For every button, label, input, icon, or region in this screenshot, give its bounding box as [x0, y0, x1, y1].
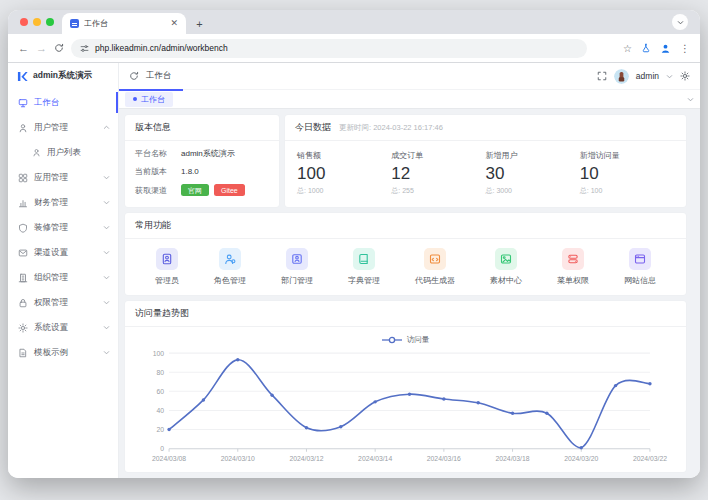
- close-window-button[interactable]: [20, 18, 28, 26]
- lock-icon: [18, 298, 28, 308]
- sidebar-item-finance-management[interactable]: 财务管理: [8, 190, 118, 215]
- official-site-button[interactable]: 官网: [181, 184, 209, 196]
- chart-legend[interactable]: 访问量: [125, 327, 686, 345]
- minimize-window-button[interactable]: [33, 18, 41, 26]
- site-info-icon[interactable]: [80, 44, 89, 53]
- quicklink-role-management[interactable]: 角色管理: [214, 248, 246, 295]
- avatar-image: [614, 69, 629, 84]
- chevron-down-icon: [103, 324, 110, 331]
- forward-button[interactable]: →: [36, 43, 47, 54]
- browser-menu-icon[interactable]: ⋮: [680, 43, 690, 54]
- reload-button[interactable]: [54, 43, 64, 53]
- sidebar-item-channel-settings[interactable]: 渠道设置: [8, 240, 118, 265]
- stat-new-users: 新增用户 30 总: 3000: [486, 150, 580, 196]
- url-text: php.likeadmin.cn/admin/workbench: [95, 43, 228, 53]
- stat-sales: 销售额 100 总: 1000: [297, 150, 391, 196]
- code-generator-icon: [424, 248, 446, 270]
- quicklink-department-management[interactable]: 部门管理: [281, 248, 313, 295]
- tab-favicon-icon: [70, 19, 79, 28]
- new-tab-button[interactable]: +: [192, 16, 207, 31]
- gitee-button[interactable]: Gitee: [214, 184, 245, 196]
- browser-toolbar: ← → php.likeadmin.cn/admin/workbench ☆ ⋮: [8, 34, 700, 63]
- tab-close-icon[interactable]: ✕: [170, 19, 178, 28]
- svg-text:20: 20: [156, 426, 164, 433]
- sidebar-item-user-management[interactable]: 用户管理: [8, 115, 118, 140]
- sidebar-item-app-management[interactable]: 应用管理: [8, 165, 118, 190]
- app-logo[interactable]: admin系统演示: [8, 63, 118, 89]
- svg-text:2024/03/22: 2024/03/22: [633, 455, 667, 462]
- main-area: 工作台 admin 工作台: [119, 63, 700, 478]
- chevron-down-icon[interactable]: [666, 73, 673, 80]
- building-icon: [18, 273, 28, 283]
- role-user-icon: [219, 248, 241, 270]
- svg-text:2024/03/20: 2024/03/20: [564, 455, 598, 462]
- browser-tab[interactable]: 工作台 ✕: [62, 13, 186, 34]
- bookmark-star-icon[interactable]: ☆: [623, 43, 632, 54]
- sidebar-item-label: 用户管理: [34, 122, 68, 134]
- logo-k-icon: [17, 71, 28, 82]
- chevron-down-icon: [103, 299, 110, 306]
- quicklink-menu-permissions[interactable]: 菜单权限: [557, 248, 589, 295]
- user-avatar[interactable]: [614, 69, 629, 84]
- quicklink-material-center[interactable]: 素材中心: [490, 248, 522, 295]
- tab-workbench[interactable]: 工作台: [125, 92, 173, 107]
- back-button[interactable]: ←: [18, 43, 29, 54]
- website-info-icon: [629, 248, 651, 270]
- update-time: 更新时间: 2024-03-22 16:17:46: [339, 123, 443, 133]
- shield-decor-icon: [18, 223, 28, 233]
- user-icon: [18, 123, 28, 133]
- admin-app: admin系统演示 工作台 用户管理 用户列表: [8, 63, 700, 478]
- admin-badge-icon: [156, 248, 178, 270]
- department-icon: [286, 248, 308, 270]
- channel-row: 获取渠道 官网 Gitee: [125, 184, 279, 196]
- quicklink-admin[interactable]: 管理员: [155, 248, 179, 295]
- page-content: 版本信息 平台名称 admin系统演示 当前版本 1.8.0 获取渠道 官网: [119, 109, 700, 478]
- username-label[interactable]: admin: [636, 71, 659, 81]
- sidebar-item-label: 渠道设置: [34, 247, 68, 259]
- tab-search-button[interactable]: [672, 14, 688, 30]
- sidebar-item-system-settings[interactable]: 系统设置: [8, 315, 118, 340]
- sidebar-item-label: 装修管理: [34, 222, 68, 234]
- profile-avatar-icon[interactable]: [660, 43, 671, 54]
- extension-pinned-icon[interactable]: [641, 43, 651, 53]
- breadcrumb: 工作台: [146, 70, 172, 82]
- sidebar-item-organization-management[interactable]: 组织管理: [8, 265, 118, 290]
- sidebar-item-label: 系统设置: [34, 322, 68, 334]
- maximize-window-button[interactable]: [46, 18, 54, 26]
- svg-text:40: 40: [156, 407, 164, 414]
- fullscreen-icon[interactable]: [597, 71, 607, 81]
- chevron-up-icon: [103, 124, 110, 131]
- sidebar-item-user-list[interactable]: 用户列表: [8, 140, 118, 165]
- svg-text:2024/03/08: 2024/03/08: [152, 455, 186, 462]
- sidebar-item-permission-management[interactable]: 权限管理: [8, 290, 118, 315]
- card-title: 版本信息: [135, 121, 171, 134]
- address-bar[interactable]: php.likeadmin.cn/admin/workbench: [71, 39, 587, 58]
- refresh-icon[interactable]: [129, 71, 139, 81]
- sidebar-item-workbench[interactable]: 工作台: [8, 90, 118, 115]
- chevron-down-icon: [103, 274, 110, 281]
- user-list-icon: [32, 148, 41, 157]
- platform-name-row: 平台名称 admin系统演示: [125, 148, 279, 159]
- tabs-menu-chevron-icon[interactable]: [687, 96, 694, 103]
- sidebar-item-label: 财务管理: [34, 197, 68, 209]
- quicklink-code-generator[interactable]: 代码生成器: [415, 248, 455, 295]
- visits-line-chart[interactable]: 0204060801002024/03/082024/03/102024/03/…: [131, 345, 680, 469]
- sidebar-item-template-examples[interactable]: 模板示例: [8, 340, 118, 365]
- gear-icon: [18, 323, 28, 333]
- quicklink-website-info[interactable]: 网站信息: [624, 248, 656, 295]
- toolbar-icons: ☆ ⋮: [623, 43, 690, 54]
- version-info-card: 版本信息 平台名称 admin系统演示 当前版本 1.8.0 获取渠道 官网: [125, 115, 279, 207]
- stat-orders: 成交订单 12 总: 255: [391, 150, 485, 196]
- menu-permission-icon: [562, 248, 584, 270]
- sidebar-item-decoration-management[interactable]: 装修管理: [8, 215, 118, 240]
- sidebar-item-label: 工作台: [34, 97, 60, 109]
- page-tabs: 工作台: [119, 89, 700, 109]
- app-title: admin系统演示: [33, 70, 92, 82]
- settings-gear-icon[interactable]: [680, 71, 690, 81]
- card-title: 访问量趋势图: [135, 307, 189, 320]
- quicklink-dictionary-management[interactable]: 字典管理: [348, 248, 380, 295]
- quick-links-row: 管理员 角色管理 部门管理 字典管理: [125, 239, 686, 295]
- sidebar-item-label: 用户列表: [47, 147, 81, 159]
- stat-new-visits: 新增访问量 10 总: 100: [580, 150, 674, 196]
- sidebar-item-label: 应用管理: [34, 172, 68, 184]
